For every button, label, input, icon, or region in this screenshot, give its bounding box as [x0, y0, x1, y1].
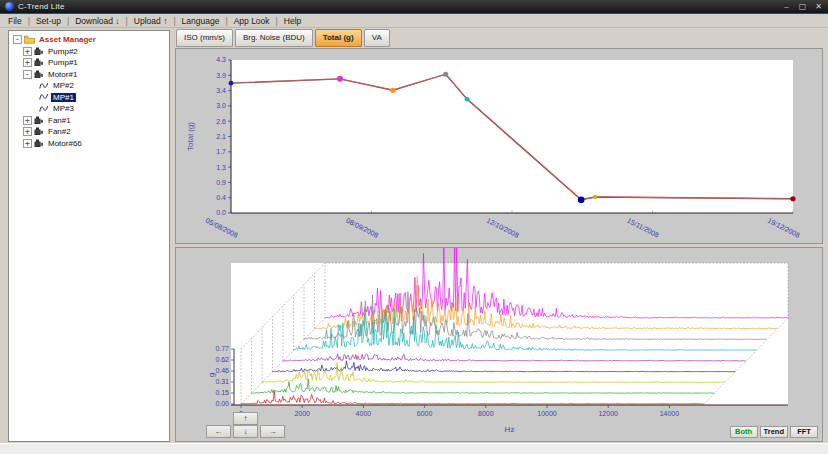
tree-item-asset-manager[interactable]: Asset Manager — [37, 35, 98, 44]
tree-row-motor-1: -Motor#1 — [11, 69, 167, 81]
trend-ytick: 0.9 — [216, 179, 226, 186]
status-bar — [0, 443, 828, 454]
pan-down-button[interactable]: ↓ — [233, 425, 258, 438]
pan-left-button[interactable]: ← — [206, 425, 231, 438]
trend-date-label: 05/08/2008 — [205, 217, 239, 239]
fft-xtick: 6000 — [417, 410, 433, 417]
tree-item-mp-2[interactable]: MP#2 — [51, 81, 76, 90]
wave-icon — [39, 82, 49, 90]
trend-ytick: 3.4 — [216, 87, 226, 94]
tree-item-pump-1[interactable]: Pump#1 — [46, 58, 80, 67]
expand-toggle-pump-1[interactable]: + — [23, 58, 32, 67]
machine-icon — [34, 58, 44, 67]
fft-ytick: 0.46 — [215, 367, 229, 374]
tree-row-asset-manager: -Asset Manager — [11, 34, 167, 46]
trend-ytick: 1.7 — [216, 148, 226, 155]
menu-bar: File|Set-up|Download ↓|Upload ↑|Language… — [0, 14, 828, 28]
trend-ytick: 3.0 — [216, 102, 226, 109]
folder-icon — [24, 35, 35, 44]
tree-row-motor-66: +Motor#66 — [11, 138, 167, 150]
trend-ytick: 1.3 — [216, 164, 226, 171]
tab-brg-noise-bdu[interactable]: Brg. Noise (BDU) — [235, 29, 313, 47]
trend-ytick: 4.3 — [216, 56, 226, 63]
trend-chart-panel: 0.00.40.91.31.72.12.63.03.43.94.3Total (… — [175, 48, 823, 244]
trend-date-label: 15/11/2008 — [626, 217, 660, 239]
fft-xtick: 14000 — [660, 410, 680, 417]
tab-iso-mm-s[interactable]: ISO (mm/s) — [176, 29, 233, 47]
tree-item-motor-1[interactable]: Motor#1 — [46, 70, 79, 79]
app-window: C-Trend Lite – ▢ ✕ File|Set-up|Download … — [0, 0, 828, 454]
view-mode-buttons: BothTrendFFT — [730, 426, 818, 438]
tab-total-g[interactable]: Total (g) — [315, 29, 362, 47]
trend-ytick: 2.6 — [216, 118, 226, 125]
trend-ytick: 3.9 — [216, 72, 226, 79]
title-bar: C-Trend Lite – ▢ ✕ — [0, 0, 828, 14]
fft-chart-panel: 0.000.150.310.460.620.770200040006000800… — [175, 247, 823, 442]
pan-right-button[interactable]: → — [260, 425, 285, 438]
fft-ytick: 0.00 — [215, 400, 229, 407]
collapse-toggle-motor-1[interactable]: - — [23, 70, 32, 79]
expand-toggle-motor-66[interactable]: + — [23, 139, 32, 148]
machine-icon — [34, 127, 44, 136]
app-icon — [5, 2, 14, 11]
trend-date-label: 12/10/2008 — [486, 217, 520, 239]
wave-icon — [39, 105, 49, 113]
fft-ylabel: g — [207, 373, 216, 377]
expand-toggle-fan-1[interactable]: + — [23, 116, 32, 125]
machine-icon — [34, 70, 44, 79]
fft-xtick: 10000 — [537, 410, 557, 417]
window-controls: – ▢ ✕ — [782, 2, 823, 11]
menu-item-upload[interactable]: Upload ↑ — [129, 16, 173, 26]
view-fft-button[interactable]: FFT — [790, 426, 818, 438]
expand-toggle-fan-2[interactable]: + — [23, 127, 32, 136]
tree-row-fan-1: +Fan#1 — [11, 115, 167, 127]
fft-xtick: 4000 — [356, 410, 372, 417]
tree-row-fan-2: +Fan#2 — [11, 126, 167, 138]
close-button[interactable]: ✕ — [814, 2, 823, 11]
tree-row-pump-2: +Pump#2 — [11, 46, 167, 58]
menu-item-help[interactable]: Help — [279, 16, 306, 26]
machine-icon — [34, 47, 44, 56]
tree-row-mp-3: MP#3 — [11, 103, 167, 115]
asset-tree-panel: -Asset Manager+Pump#2+Pump#1-Motor#1MP#2… — [8, 30, 170, 442]
menu-item-download[interactable]: Download ↓ — [70, 16, 124, 26]
tree-item-mp-1[interactable]: MP#1 — [51, 93, 76, 102]
tree-row-pump-1: +Pump#1 — [11, 57, 167, 69]
minimize-button[interactable]: – — [782, 2, 791, 11]
chart-area: ISO (mm/s)Brg. Noise (BDU)Total (g)VA 0.… — [175, 28, 823, 443]
trend-ylabel: Total (g) — [186, 122, 195, 151]
menu-item-app-look[interactable]: App Look — [229, 16, 275, 26]
tree-item-mp-3[interactable]: MP#3 — [51, 104, 76, 113]
expand-toggle-pump-2[interactable]: + — [23, 47, 32, 56]
maximize-button[interactable]: ▢ — [798, 2, 807, 11]
view-trend-button[interactable]: Trend — [760, 426, 788, 438]
trend-date-label: 19/12/2008 — [767, 217, 801, 239]
fft-ytick: 0.15 — [215, 389, 229, 396]
tree-item-pump-2[interactable]: Pump#2 — [46, 47, 80, 56]
tree-item-motor-66[interactable]: Motor#66 — [46, 139, 84, 148]
wave-icon — [39, 93, 49, 101]
tree-item-fan-2[interactable]: Fan#2 — [46, 127, 73, 136]
fft-xtick: 2000 — [294, 410, 310, 417]
main-area: -Asset Manager+Pump#2+Pump#1-Motor#1MP#2… — [0, 28, 828, 443]
fft-xtick: 12000 — [598, 410, 618, 417]
pan-up-button[interactable]: ↑ — [233, 412, 258, 425]
trend-ytick: 2.1 — [216, 133, 226, 140]
menu-item-set-up[interactable]: Set-up — [31, 16, 66, 26]
measurement-tabs: ISO (mm/s)Brg. Noise (BDU)Total (g)VA — [176, 29, 390, 47]
tree-row-mp-1: MP#1 — [11, 92, 167, 104]
menu-item-language[interactable]: Language — [177, 16, 225, 26]
fft-xtick: 8000 — [478, 410, 494, 417]
trend-ytick: 0.0 — [216, 209, 226, 216]
trend-ytick: 0.4 — [216, 194, 226, 201]
fft-xlabel: Hz — [505, 425, 515, 434]
trend-chart: 0.00.40.91.31.72.12.63.03.43.94.3Total (… — [176, 49, 822, 243]
view-both-button[interactable]: Both — [730, 426, 758, 438]
menu-item-file[interactable]: File — [3, 16, 27, 26]
fft-ytick: 0.31 — [215, 378, 229, 385]
fft-ytick: 0.77 — [215, 345, 229, 352]
machine-icon — [34, 116, 44, 125]
tree-item-fan-1[interactable]: Fan#1 — [46, 116, 73, 125]
collapse-toggle-asset-manager[interactable]: - — [13, 35, 22, 44]
tab-va[interactable]: VA — [364, 29, 390, 47]
